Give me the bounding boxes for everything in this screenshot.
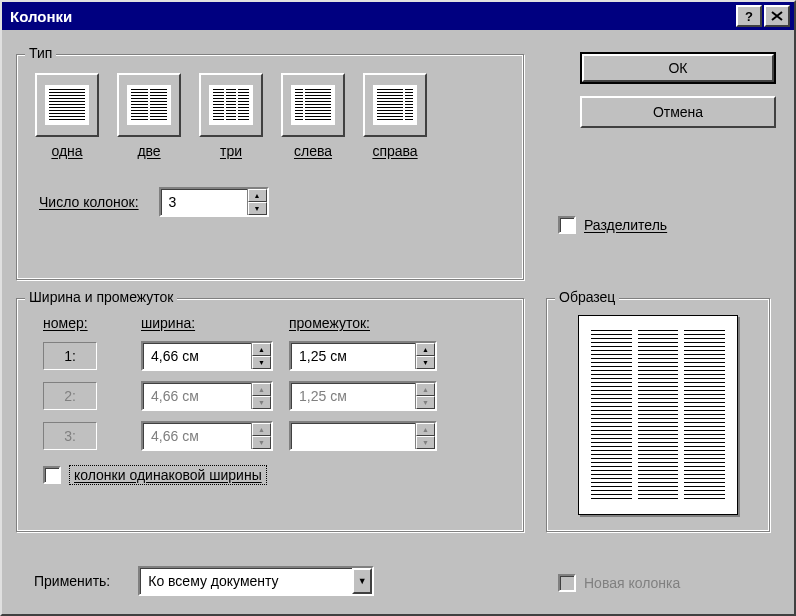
- equal-width-label: колонки одинаковой ширины: [69, 465, 267, 485]
- close-button[interactable]: [764, 5, 790, 27]
- window-title: Колонки: [6, 8, 72, 25]
- type-legend: Тип: [25, 45, 56, 61]
- spinner-down-icon[interactable]: ▼: [416, 356, 435, 369]
- help-button[interactable]: ?: [736, 5, 762, 27]
- row3-gap-spinner[interactable]: ▲▼: [289, 421, 437, 451]
- num-columns-label: Число колонок:: [39, 194, 139, 210]
- spinner-up-icon[interactable]: ▲: [248, 189, 267, 202]
- cancel-button[interactable]: Отмена: [580, 96, 776, 128]
- apply-label: Применить:: [34, 573, 110, 589]
- apply-dropdown[interactable]: Ко всему документу ▼: [138, 566, 374, 596]
- num-columns-spinner[interactable]: 3 ▲ ▼: [159, 187, 269, 217]
- separator-row: Разделитель: [558, 216, 667, 234]
- col-width-header: ширина:: [141, 315, 273, 331]
- row2-num: 2:: [43, 382, 97, 410]
- row3-num: 3:: [43, 422, 97, 450]
- width-legend: Ширина и промежуток: [25, 289, 177, 305]
- apply-value: Ко всему документу: [140, 573, 352, 589]
- preset-right-label: справа: [372, 143, 417, 159]
- separator-checkbox[interactable]: [558, 216, 576, 234]
- preset-left[interactable]: [281, 73, 345, 137]
- preset-two-label: две: [137, 143, 160, 159]
- new-column-checkbox: [558, 574, 576, 592]
- col-num-header: номер:: [43, 315, 125, 331]
- preset-three[interactable]: [199, 73, 263, 137]
- new-column-row: Новая колонка: [558, 574, 680, 592]
- spinner-down-icon[interactable]: ▼: [252, 356, 271, 369]
- preview-legend: Образец: [555, 289, 619, 305]
- preset-one[interactable]: [35, 73, 99, 137]
- spinner-down-icon[interactable]: ▼: [248, 202, 267, 215]
- spinner-up-icon[interactable]: ▲: [416, 343, 435, 356]
- preset-one-label: одна: [51, 143, 82, 159]
- ok-button[interactable]: ОК: [580, 52, 776, 84]
- spinner-down-icon[interactable]: ▼: [252, 396, 271, 409]
- row1-width-spinner[interactable]: 4,66 см▲▼: [141, 341, 273, 371]
- spinner-up-icon[interactable]: ▲: [416, 423, 435, 436]
- preset-three-label: три: [220, 143, 242, 159]
- preview-group: Образец: [546, 298, 770, 532]
- close-icon: [771, 11, 783, 21]
- row1-gap-spinner[interactable]: 1,25 см▲▼: [289, 341, 437, 371]
- dialog-window: Колонки ? Тип одна: [0, 0, 796, 616]
- preview-page: [578, 315, 738, 515]
- chevron-down-icon: ▼: [352, 568, 372, 594]
- row1-num: 1:: [43, 342, 97, 370]
- spinner-down-icon[interactable]: ▼: [416, 396, 435, 409]
- preset-right[interactable]: [363, 73, 427, 137]
- spinner-up-icon[interactable]: ▲: [252, 343, 271, 356]
- preset-left-label: слева: [294, 143, 332, 159]
- type-group: Тип одна две: [16, 54, 524, 280]
- preset-two[interactable]: [117, 73, 181, 137]
- spinner-down-icon[interactable]: ▼: [416, 436, 435, 449]
- titlebar: Колонки ?: [2, 2, 794, 30]
- row2-gap-spinner[interactable]: 1,25 см▲▼: [289, 381, 437, 411]
- spinner-up-icon[interactable]: ▲: [252, 383, 271, 396]
- width-spacing-group: Ширина и промежуток номер: ширина: проме…: [16, 298, 524, 532]
- separator-label: Разделитель: [584, 217, 667, 233]
- equal-width-checkbox[interactable]: [43, 466, 61, 484]
- col-gap-header: промежуток:: [289, 315, 437, 331]
- row3-width-spinner[interactable]: 4,66 см▲▼: [141, 421, 273, 451]
- spinner-up-icon[interactable]: ▲: [416, 383, 435, 396]
- num-columns-value: 3: [161, 189, 247, 215]
- new-column-label: Новая колонка: [584, 575, 680, 591]
- row2-width-spinner[interactable]: 4,66 см▲▼: [141, 381, 273, 411]
- spinner-down-icon[interactable]: ▼: [252, 436, 271, 449]
- spinner-up-icon[interactable]: ▲: [252, 423, 271, 436]
